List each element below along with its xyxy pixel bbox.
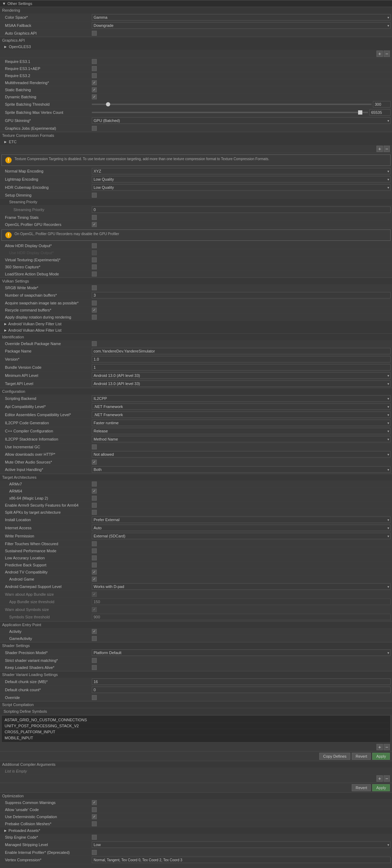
- allow-unsafe-code-checkbox[interactable]: [92, 807, 97, 812]
- opengl-es3-header[interactable]: ► OpenGLES3: [0, 43, 392, 50]
- split-apks-checkbox[interactable]: [92, 510, 97, 515]
- game-activity-checkbox[interactable]: [92, 636, 97, 641]
- stereo-capture-checkbox[interactable]: [92, 264, 97, 269]
- define-symbols-add-btn[interactable]: +: [376, 744, 383, 750]
- compiler-args-apply-button[interactable]: Apply: [372, 784, 390, 791]
- sprite-batching-slider[interactable]: [92, 104, 372, 105]
- editor-assemblies-dropdown[interactable]: .NET Framework: [92, 412, 391, 418]
- sprite-batching-max-verts-input[interactable]: [369, 109, 391, 116]
- gpu-skinning-dropdown[interactable]: GPU (Batched): [92, 117, 391, 124]
- compiler-args-revert-button[interactable]: Revert: [352, 784, 371, 791]
- msaa-fallback-dropdown[interactable]: Downgrade: [92, 22, 391, 29]
- cpp-compiler-config-dropdown[interactable]: Release: [92, 428, 391, 434]
- minimum-api-level-dropdown[interactable]: Android 13.0 (API level 33): [92, 372, 391, 379]
- auto-graphics-api-checkbox[interactable]: [92, 31, 97, 36]
- sustained-performance-checkbox[interactable]: [92, 548, 97, 553]
- use-incremental-gc-checkbox[interactable]: [92, 444, 97, 449]
- filter-touches-checkbox[interactable]: [92, 541, 97, 546]
- apply-display-rotation-checkbox[interactable]: [92, 315, 97, 320]
- scripting-define-apply-button[interactable]: Apply: [372, 753, 390, 760]
- color-space-dropdown[interactable]: Gamma: [92, 14, 391, 21]
- static-batching-checkbox[interactable]: [92, 87, 97, 92]
- streaming-priority-input[interactable]: [92, 206, 391, 213]
- use-deterministic-compilation-checkbox[interactable]: [92, 814, 97, 819]
- num-swapchain-buffers-input[interactable]: [92, 292, 391, 298]
- etc-header[interactable]: ► ETC: [0, 139, 392, 145]
- install-location-dropdown[interactable]: Prefer External: [92, 517, 391, 523]
- vulkan-allow-filter-header[interactable]: ► Android Vulkan Allow Filter List: [0, 327, 392, 333]
- target-api-level-dropdown[interactable]: Android 13.0 (API level 33): [92, 380, 391, 387]
- il2cpp-code-gen-dropdown[interactable]: Faster runtime: [92, 420, 391, 426]
- prebake-collision-meshes-checkbox[interactable]: [92, 821, 97, 826]
- compiler-args-add-btn[interactable]: +: [376, 775, 383, 782]
- etc-add-btn[interactable]: +: [376, 146, 383, 152]
- api-compatibility-dropdown[interactable]: .NET Framework: [92, 403, 391, 410]
- preloaded-assets-header[interactable]: ► Preloaded Assets*: [0, 827, 392, 834]
- frame-timing-stats-checkbox[interactable]: [92, 215, 97, 220]
- other-settings-header[interactable]: ▼ Other Settings: [0, 0, 392, 7]
- dynamic-batching-checkbox[interactable]: [92, 94, 97, 99]
- define-symbols-remove-btn[interactable]: −: [384, 744, 390, 750]
- graphics-api-remove-btn[interactable]: −: [384, 51, 390, 57]
- setup-dimming-checkbox[interactable]: [92, 193, 97, 198]
- multithreaded-rendering-checkbox[interactable]: [92, 80, 97, 85]
- mute-other-audio-checkbox[interactable]: [92, 460, 97, 465]
- sprite-batching-threshold-input[interactable]: [373, 101, 391, 107]
- etc-remove-btn[interactable]: −: [384, 146, 390, 152]
- recycle-command-buffers-checkbox[interactable]: [92, 308, 97, 313]
- require-es31-aep-checkbox[interactable]: [92, 66, 97, 71]
- package-name-input[interactable]: [92, 348, 391, 354]
- version-input[interactable]: [92, 356, 391, 362]
- acquire-swapchain-checkbox[interactable]: [92, 301, 97, 305]
- android-game-checkbox[interactable]: [92, 577, 97, 582]
- android-gamepad-support-dropdown[interactable]: Works with D-pad: [92, 583, 391, 590]
- app-bundle-size-threshold-input[interactable]: [92, 599, 391, 605]
- keep-loaded-shaders-checkbox[interactable]: [92, 665, 97, 670]
- require-es31-checkbox[interactable]: [92, 59, 97, 64]
- shader-precision-model-dropdown[interactable]: Platform Default: [92, 649, 391, 656]
- strict-shader-variant-checkbox[interactable]: [92, 658, 97, 663]
- warn-symbols-size-checkbox[interactable]: [92, 607, 97, 612]
- override-checkbox[interactable]: [92, 695, 97, 700]
- opengl-profiler-checkbox[interactable]: [92, 222, 97, 227]
- enable-internal-profiler-checkbox[interactable]: [92, 850, 97, 855]
- scripting-backend-dropdown[interactable]: IL2CPP: [92, 395, 391, 402]
- write-permission-dropdown[interactable]: External (SDCard): [92, 533, 391, 539]
- graphics-jobs-exp-checkbox[interactable]: [92, 126, 97, 131]
- require-es32-checkbox[interactable]: [92, 73, 97, 78]
- low-accuracy-location-checkbox[interactable]: [92, 555, 97, 560]
- srgb-write-mode-checkbox[interactable]: [92, 285, 97, 290]
- android-tv-compatibility-checkbox[interactable]: [92, 570, 97, 575]
- sprite-batching-slider-thumb[interactable]: [106, 102, 110, 106]
- armv7-checkbox[interactable]: [92, 482, 97, 487]
- default-chunk-count-input[interactable]: [92, 687, 391, 693]
- strip-engine-code-checkbox[interactable]: [92, 835, 97, 840]
- il2cpp-stacktrace-dropdown[interactable]: Method Name: [92, 436, 391, 442]
- load-store-debug-checkbox[interactable]: [92, 272, 97, 276]
- symbols-size-threshold-input[interactable]: [92, 614, 391, 620]
- scripting-define-revert-button[interactable]: Revert: [352, 753, 371, 760]
- virtual-texturing-checkbox[interactable]: [92, 257, 97, 262]
- graphics-api-add-btn[interactable]: +: [376, 51, 383, 57]
- managed-stripping-level-dropdown[interactable]: Low: [92, 841, 391, 848]
- allow-hdr-checkbox[interactable]: [92, 243, 97, 248]
- activity-checkbox[interactable]: [92, 629, 97, 634]
- warn-app-bundle-size-checkbox[interactable]: [92, 592, 97, 597]
- override-package-name-checkbox[interactable]: [92, 341, 97, 346]
- hdr-cubemap-encoding-dropdown[interactable]: Low Quality: [92, 184, 391, 191]
- use-hdr-checkbox[interactable]: [92, 250, 97, 255]
- enable-armv9-checkbox[interactable]: [92, 503, 97, 508]
- normal-map-encoding-dropdown[interactable]: XYZ: [92, 168, 391, 174]
- compiler-args-remove-btn[interactable]: −: [384, 775, 390, 782]
- allow-downloads-http-dropdown[interactable]: Not allowed: [92, 451, 391, 458]
- copy-defines-button[interactable]: Copy Defines: [319, 753, 350, 760]
- suppress-common-warnings-checkbox[interactable]: [92, 800, 97, 805]
- sprite-batching-max-slider[interactable]: [92, 112, 368, 113]
- vertex-compression-input[interactable]: [92, 857, 391, 863]
- arm64-checkbox[interactable]: [92, 489, 97, 494]
- bundle-version-code-input[interactable]: [92, 364, 391, 371]
- active-input-handling-dropdown[interactable]: Both: [92, 466, 391, 473]
- predictive-back-support-checkbox[interactable]: [92, 563, 97, 567]
- default-chunk-size-input[interactable]: [92, 678, 391, 685]
- sprite-batching-max-slider-thumb[interactable]: [358, 110, 362, 115]
